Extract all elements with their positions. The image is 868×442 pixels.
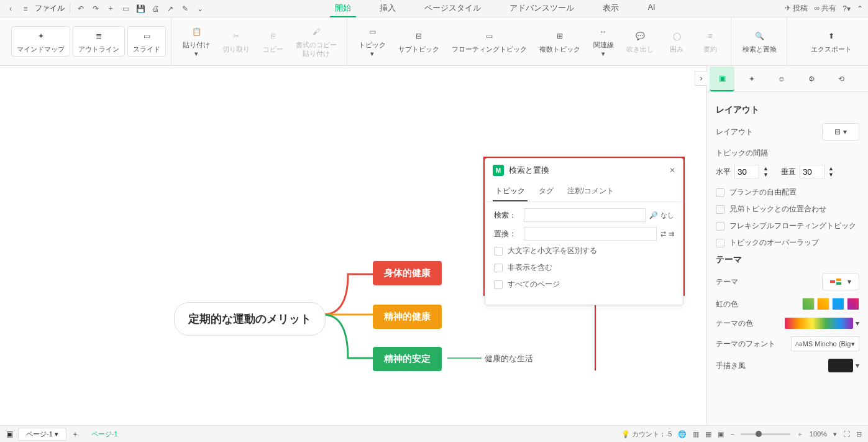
globe-icon[interactable]: 🌐	[678, 430, 687, 438]
mindmap-node-stability[interactable]: 精神的安定	[373, 347, 442, 371]
new-icon[interactable]: ＋	[105, 3, 116, 14]
multi-topic-button[interactable]: ⊞複数トピック	[534, 27, 585, 56]
zoom-value[interactable]: 100%	[810, 430, 827, 438]
edit-icon[interactable]: ✎	[180, 3, 191, 14]
paste-button[interactable]: 📋貼り付け▾	[178, 22, 215, 60]
print-icon[interactable]: 🖨	[150, 3, 161, 14]
stepper-icon[interactable]: ▲▼	[828, 165, 834, 178]
chk-all-pages[interactable]	[494, 280, 503, 289]
tab-advanced[interactable]: アドバンスツール	[505, 0, 579, 17]
post-button[interactable]: ✈ 投稿	[785, 3, 808, 14]
sidebar-tab-history[interactable]: ⟲	[829, 67, 854, 91]
page-tab-1[interactable]: ページ-1 ▾	[18, 428, 66, 441]
slide-icon: ▭	[140, 29, 153, 43]
redo-icon[interactable]: ↷	[90, 3, 101, 14]
topic-button[interactable]: ▭トピック▾	[354, 22, 391, 60]
find-tab-tag[interactable]: タグ	[536, 182, 556, 201]
share-button[interactable]: ∞ 共有	[814, 3, 836, 14]
vert-input[interactable]	[800, 165, 825, 178]
sidebar-tab-settings[interactable]: ⚙	[799, 67, 824, 91]
find-tab-topic[interactable]: トピック	[493, 182, 528, 201]
chk-sibling-align[interactable]	[716, 205, 724, 214]
pages-icon[interactable]: ▣	[6, 430, 13, 438]
open-icon[interactable]: ▭	[120, 3, 131, 14]
chk-case-sensitive[interactable]	[494, 247, 503, 256]
canvas[interactable]: 定期的な運動のメリット 身体的健康 精神的健康 精神的安定 健康的な生活 M 検…	[0, 66, 706, 425]
menu-icon[interactable]: ≡	[20, 3, 31, 14]
tab-start[interactable]: 開始	[330, 0, 356, 17]
save-icon[interactable]: 💾	[135, 3, 146, 14]
share-icon[interactable]: ↗	[165, 3, 176, 14]
help-icon[interactable]: ?▾	[843, 4, 851, 13]
tab-insert[interactable]: 挿入	[375, 0, 401, 17]
chk-overlap[interactable]	[716, 239, 724, 247]
back-icon[interactable]: ‹	[5, 3, 16, 14]
horiz-input[interactable]	[734, 165, 759, 178]
theme-color-strip[interactable]	[785, 318, 853, 329]
chk-include-hidden[interactable]	[494, 264, 503, 272]
fullscreen-icon[interactable]: ⛶	[843, 430, 850, 438]
find-replace-button[interactable]: 🔍検索と置換	[738, 27, 782, 56]
handdrawn-swatch[interactable]	[828, 359, 853, 372]
chk-free-branch[interactable]	[716, 188, 724, 197]
theme-select[interactable]: ▾	[822, 273, 859, 290]
zoom-slider[interactable]	[741, 433, 790, 435]
paste-icon: 📋	[190, 25, 203, 39]
export-button[interactable]: ⬆エクスポート	[806, 27, 857, 56]
theme-font-select[interactable]: Aa MS Mincho (Big ▾	[791, 336, 859, 351]
callout-button[interactable]: 💬吹き出し	[621, 27, 659, 56]
annotation-arrow	[589, 296, 601, 371]
tab-ai[interactable]: AI	[642, 0, 660, 17]
tab-view[interactable]: 表示	[598, 0, 624, 17]
search-input[interactable]	[524, 208, 646, 222]
sidebar-tab-style[interactable]: ✦	[739, 67, 764, 91]
chevron-down-icon[interactable]: ▾	[856, 361, 859, 370]
fit-icon[interactable]: ⊟	[856, 430, 862, 438]
replace-all-icon[interactable]: ⇉	[669, 230, 674, 238]
handdrawn-label: 手描き風	[716, 361, 746, 371]
format-paste-button[interactable]: 🖌書式のコピー 貼り付け	[291, 22, 342, 60]
view-icon-3[interactable]: ▣	[718, 430, 724, 438]
cut-button[interactable]: ✂切り取り	[217, 27, 255, 56]
chk-overlap-label: トピックのオーバーラップ	[729, 237, 819, 248]
zoom-in-icon[interactable]: ＋	[797, 430, 803, 439]
mindmap-node-physical[interactable]: 身体的健康	[373, 261, 442, 285]
svg-rect-2	[830, 280, 835, 283]
vert-label: 垂直	[781, 167, 796, 177]
stepper-icon[interactable]: ▲▼	[763, 165, 769, 178]
floating-topic-button[interactable]: ▭フローティングトピック	[447, 27, 532, 56]
view-outline-button[interactable]: ≣ アウトライン	[73, 26, 125, 57]
file-menu[interactable]: ファイル	[35, 3, 65, 14]
zoom-out-icon[interactable]: −	[730, 430, 734, 438]
replace-input[interactable]	[524, 227, 657, 241]
boundary-icon: ◯	[670, 29, 683, 43]
undo-icon[interactable]: ↶	[75, 3, 86, 14]
chevron-down-icon[interactable]: ▾	[856, 319, 859, 328]
view-mindmap-button[interactable]: ✦ マインドマップ	[11, 26, 70, 57]
layout-select[interactable]: ⊟ ▾	[822, 123, 859, 140]
mindmap-leaf-healthy-life[interactable]: 健康的な生活	[485, 353, 533, 364]
summary-button[interactable]: ≡要約	[695, 27, 726, 56]
add-page-button[interactable]: ＋	[71, 429, 79, 440]
sidebar-tab-layout[interactable]: ▣	[710, 67, 734, 91]
view-icon-1[interactable]: ▥	[693, 430, 699, 438]
view-slide-button[interactable]: ▭ スライド	[127, 26, 166, 57]
mindmap-node-mental[interactable]: 精神的健康	[373, 305, 442, 329]
relation-button[interactable]: ↔関連線▾	[588, 22, 619, 60]
subtopic-button[interactable]: ⊟サブトピック	[393, 27, 444, 56]
chk-flex-float[interactable]	[716, 222, 724, 231]
replace-one-icon[interactable]: ⇄	[660, 230, 666, 238]
boundary-button[interactable]: ◯囲み	[661, 27, 692, 56]
view-icon-2[interactable]: ▦	[705, 430, 711, 438]
collapse-icon[interactable]: ⌃	[857, 4, 863, 13]
find-tab-comment[interactable]: 注釈/コメント	[565, 182, 616, 201]
panel-collapse-icon[interactable]: ›	[695, 71, 707, 86]
copy-button[interactable]: ⎘コピー	[257, 27, 288, 56]
sidebar-tab-icon[interactable]: ☺	[769, 67, 794, 91]
close-icon[interactable]: ✕	[669, 166, 675, 175]
mindmap-root-node[interactable]: 定期的な運動のメリット	[174, 302, 326, 336]
tab-page-style[interactable]: ページスタイル	[419, 0, 486, 17]
rainbow-swatches[interactable]	[802, 298, 859, 310]
binoculars-icon[interactable]: 🔎	[649, 211, 658, 219]
more-icon[interactable]: ⌄	[194, 3, 206, 14]
